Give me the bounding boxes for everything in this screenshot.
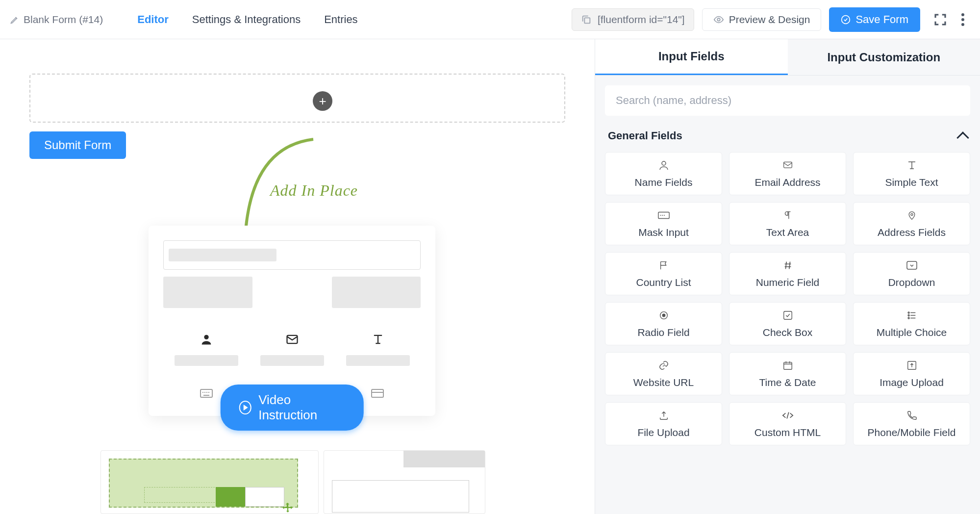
field-label: Country List — [636, 277, 691, 288]
svg-rect-11 — [907, 261, 917, 269]
field-label: Mask Input — [638, 227, 689, 238]
field-label: Name Fields — [635, 177, 693, 188]
card-icon — [371, 387, 384, 399]
check-icon — [781, 309, 794, 322]
field-numeric-field[interactable]: Numeric Field — [729, 252, 846, 295]
chevron-up-icon — [956, 131, 969, 144]
field-label: Email Address — [754, 177, 820, 188]
field-simple-text[interactable]: Simple Text — [853, 152, 970, 195]
svg-rect-14 — [783, 311, 792, 320]
text-icon — [905, 159, 918, 172]
video-label: Video Instruction — [258, 392, 345, 423]
canvas-area: + Submit Form Add In Place — [0, 39, 595, 514]
radio-icon — [657, 309, 670, 322]
shortcode-box[interactable]: [fluentform id="14"] — [572, 8, 694, 31]
section-label: General Fields — [608, 129, 682, 142]
mail-icon — [285, 333, 299, 346]
add-field-button[interactable]: + — [313, 91, 332, 111]
save-label: Save Form — [855, 13, 908, 26]
field-custom-html[interactable]: Custom HTML — [729, 402, 846, 445]
illustration-thumbs — [101, 450, 485, 514]
more-menu-icon[interactable] — [955, 12, 970, 27]
hash-icon — [781, 259, 794, 272]
video-instruction-button[interactable]: Video Instruction — [220, 385, 364, 431]
fields-grid: Name FieldsEmail AddressSimple TextMask … — [605, 152, 970, 445]
shortcode-text: [fluentform id="14"] — [598, 14, 685, 26]
field-multiple-choice[interactable]: Multiple Choice — [853, 302, 970, 345]
field-address-fields[interactable]: Address Fields — [853, 202, 970, 245]
link-icon — [657, 359, 670, 372]
right-sidebar: Input Fields Input Customization General… — [595, 39, 980, 514]
calendar-icon — [781, 359, 794, 372]
field-time-date[interactable]: Time & Date — [729, 352, 846, 395]
field-label: Simple Text — [885, 177, 938, 188]
tab-editor[interactable]: Editor — [137, 13, 169, 26]
fullscreen-icon[interactable] — [933, 12, 948, 27]
pencil-icon — [10, 15, 20, 25]
form-dropzone[interactable]: + — [29, 74, 565, 123]
field-website-url[interactable]: Website URL — [605, 352, 722, 395]
mail-icon — [781, 159, 794, 172]
tab-entries[interactable]: Entries — [324, 13, 357, 26]
list-icon — [905, 309, 918, 322]
svg-rect-8 — [783, 162, 792, 168]
main-tabs: Editor Settings & Integrations Entries — [137, 13, 357, 26]
svg-point-3 — [204, 335, 208, 339]
field-label: Address Fields — [878, 227, 946, 238]
field-name-fields[interactable]: Name Fields — [605, 152, 722, 195]
code-icon — [781, 409, 794, 422]
form-title[interactable]: Blank Form (#14) — [10, 14, 103, 26]
text-icon — [371, 333, 385, 346]
field-text-area[interactable]: Text Area — [729, 202, 846, 245]
field-email-address[interactable]: Email Address — [729, 152, 846, 195]
search-input[interactable] — [605, 85, 970, 116]
keyboard-icon — [200, 387, 213, 399]
tab-input-customization[interactable]: Input Customization — [788, 39, 980, 75]
svg-point-2 — [842, 15, 850, 24]
svg-point-7 — [662, 161, 666, 165]
check-circle-icon — [841, 15, 851, 25]
field-label: Dropdown — [888, 277, 935, 288]
svg-rect-5 — [201, 389, 212, 397]
submit-form-button[interactable]: Submit Form — [29, 131, 126, 159]
field-file-upload[interactable]: File Upload — [605, 402, 722, 445]
preview-design-button[interactable]: Preview & Design — [702, 8, 822, 31]
mask-icon — [657, 209, 670, 222]
paragraph-icon — [781, 209, 794, 222]
copy-icon — [581, 14, 592, 25]
image-up-icon — [905, 359, 918, 372]
field-label: Text Area — [766, 227, 809, 238]
svg-rect-0 — [584, 18, 590, 23]
save-form-button[interactable]: Save Form — [829, 7, 920, 32]
field-check-box[interactable]: Check Box — [729, 302, 846, 345]
thumb-drag — [101, 450, 319, 514]
topbar: Blank Form (#14) Editor Settings & Integ… — [0, 0, 980, 39]
field-label: Website URL — [633, 377, 694, 388]
field-dropdown[interactable]: Dropdown — [853, 252, 970, 295]
svg-point-16 — [908, 315, 909, 316]
svg-point-10 — [910, 213, 912, 215]
field-country-list[interactable]: Country List — [605, 252, 722, 295]
user-icon — [657, 159, 670, 172]
field-radio-field[interactable]: Radio Field — [605, 302, 722, 345]
svg-point-17 — [908, 317, 909, 319]
svg-point-13 — [662, 314, 665, 317]
section-general-fields[interactable]: General Fields — [608, 129, 967, 142]
user-icon — [200, 333, 213, 346]
field-label: Phone/Mobile Field — [868, 427, 956, 438]
field-phone-mobile-field[interactable]: Phone/Mobile Field — [853, 402, 970, 445]
upload-icon — [657, 409, 670, 422]
field-image-upload[interactable]: Image Upload — [853, 352, 970, 395]
tab-input-fields[interactable]: Input Fields — [595, 39, 788, 75]
dropdown-icon — [905, 259, 918, 272]
add-in-place-label: Add In Place — [270, 181, 358, 200]
field-label: Time & Date — [759, 377, 816, 388]
move-icon — [281, 502, 294, 514]
svg-point-1 — [717, 18, 720, 21]
tab-settings[interactable]: Settings & Integrations — [192, 13, 301, 26]
field-mask-input[interactable]: Mask Input — [605, 202, 722, 245]
thumb-select — [324, 450, 485, 514]
eye-icon — [713, 14, 724, 25]
pin-icon — [905, 209, 918, 222]
play-icon — [239, 401, 251, 414]
